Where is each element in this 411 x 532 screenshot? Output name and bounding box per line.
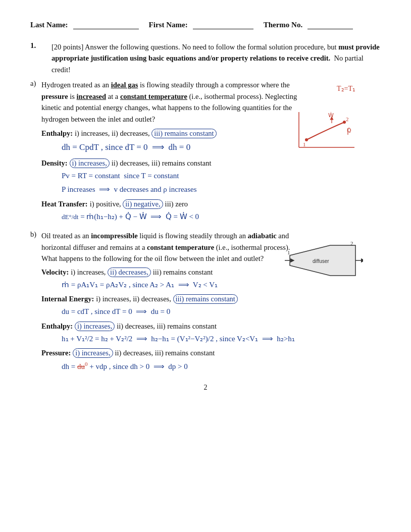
velocity-options2: iii) remains constant <box>153 268 213 276</box>
density-answer: i) increases, <box>70 158 110 168</box>
thermo-label: Thermo No. <box>264 21 303 29</box>
pressure-options: ii) decreases, iii) remains constant <box>115 349 215 357</box>
internal-energy-label: Internal Energy: <box>41 295 94 303</box>
enthalpy-b-label: Enthalpy: <box>41 322 73 330</box>
pressure-math: dh = du0 + vdp , since dh > 0 ⟹ dp > 0 <box>62 359 381 374</box>
internal-answer: iii) remains constant <box>173 294 238 304</box>
enthalpy-b-answer: i) increases, <box>75 322 115 331</box>
density-label: Density: <box>41 159 68 167</box>
pressure-section: Pressure: i) increases, ii) decreases, i… <box>41 348 381 374</box>
svg-text:2: 2 <box>346 116 349 122</box>
diffuser-diagram: 1 2 diffuser <box>285 240 361 281</box>
enthalpy-b-math: h₁ + V₁²/2 = h₂ + V₂²/2 ⟹ h₂−h₁ = (V₁²−V… <box>62 333 381 346</box>
heat-math: dE°/dt = ṁ(h₁−h₂) + Q̇ − Ẇ ⟹ Q̇ = Ẇ < 0 <box>62 210 381 224</box>
question-intro: [20 points] Answer the following questio… <box>52 41 381 75</box>
part-a-letter: a) <box>30 79 41 125</box>
heat-options1: i) positive, <box>90 200 123 208</box>
velocity-options1: i) increases, <box>71 268 108 276</box>
t2t1-annotation: T₂=T₁ <box>337 84 355 93</box>
heat-options2: iii) zero <box>165 200 188 208</box>
thermo-field[interactable] <box>307 20 353 29</box>
enthalpy-b-options: ii) decreases, iii) remains constant <box>117 322 217 330</box>
heat-label: Heat Transfer: <box>41 200 88 208</box>
part-b-letter: b) <box>30 230 41 264</box>
first-name-label: First Name: <box>149 21 188 29</box>
svg-text:Q̇: Q̇ <box>347 127 351 133</box>
page-number: 2 <box>30 384 381 392</box>
pressure-answer: i) increases, <box>73 348 113 358</box>
points-badge: [20 points] <box>52 43 83 51</box>
internal-energy-section: Internal Energy: i) increases, ii) decre… <box>41 294 381 318</box>
density-options: ii) decreases, iii) remains constant <box>112 159 212 167</box>
question-1: 1. [20 points] Answer the following ques… <box>30 41 381 374</box>
first-name-field[interactable] <box>193 20 253 29</box>
enthalpy-label: Enthalpy: <box>41 129 73 137</box>
density-section: Density: i) increases, ii) decreases, ii… <box>41 158 381 196</box>
svg-text:Ẇ: Ẇ <box>328 112 334 118</box>
ts-diagram: 1 2 Ẇ Q̇ <box>294 107 359 152</box>
svg-text:2: 2 <box>350 240 353 246</box>
part-b: b) Oil treated as an incompressible liqu… <box>30 230 381 373</box>
svg-text:1: 1 <box>303 141 306 147</box>
last-name-label: Last Name: <box>30 21 68 29</box>
question-number: 1. <box>30 41 41 75</box>
enthalpy-options: i) increases, ii) decreases, <box>75 129 151 137</box>
part-a: a) Hydrogen treated as an ideal gas is f… <box>30 79 381 223</box>
internal-options: i) increases, ii) decreases, <box>96 295 173 303</box>
internal-math: du = cdT , since dT = 0 ⟹ du = 0 <box>62 305 381 318</box>
last-name-field[interactable] <box>73 20 139 29</box>
heat-section: Heat Transfer: i) positive, ii) negative… <box>41 199 381 224</box>
pressure-label: Pressure: <box>41 349 71 357</box>
svg-text:diffuser: diffuser <box>313 258 329 264</box>
enthalpy-answer: iii) remains constant <box>151 129 216 138</box>
header: Last Name: First Name: Thermo No. <box>30 20 381 29</box>
enthalpy-b-section: Enthalpy: i) increases, ii) decreases, i… <box>41 322 381 346</box>
velocity-label: Velocity: <box>41 268 69 276</box>
svg-text:1: 1 <box>287 249 290 255</box>
density-math1: Pv = RT = constant since T = constant <box>62 170 381 183</box>
heat-answer: ii) negative, <box>123 199 163 209</box>
document-page: Last Name: First Name: Thermo No. 1. [20… <box>30 20 381 392</box>
velocity-answer: ii) decreases, <box>108 268 151 277</box>
density-math2: P increases ⟹ v decreases and ρ increase… <box>62 183 381 196</box>
